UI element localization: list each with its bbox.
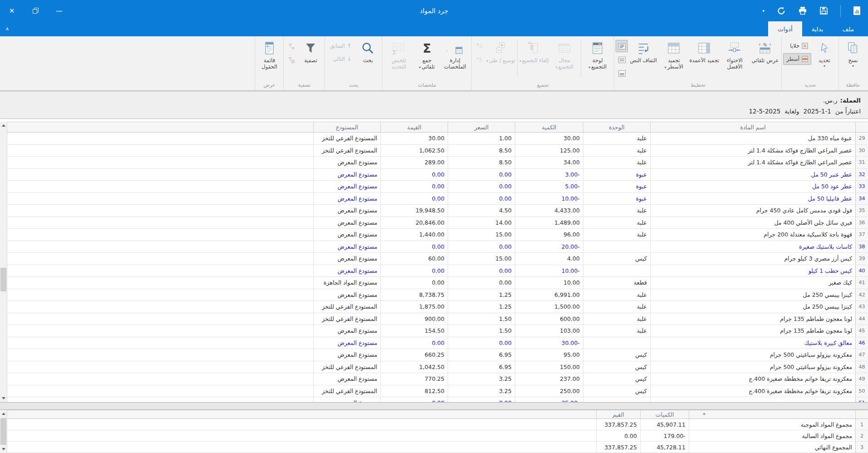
cell-filler	[7, 181, 313, 192]
table-row[interactable]: 33 عطر عود 50 مل عبوة 5.00- 0.00 0.00 مس…	[7, 181, 868, 193]
totals-grid: * الكميات القيم 1 مجموع المواد الموجبة 4…	[0, 410, 868, 453]
table-row[interactable]: 40 كيس حطب 1 كيلو 10.00- 0.00 0.00 مستود…	[7, 265, 868, 277]
table-row[interactable]: 46 معالق كبيرة بلاستيك 30.00- 0.00 0.00 …	[7, 337, 868, 350]
column-header-value[interactable]: القيمة	[380, 122, 448, 132]
cell-total-value: 0.00	[596, 430, 640, 441]
autosum-button[interactable]: Σ جمع تلقائي▾	[414, 38, 439, 70]
best-fit-button[interactable]: الاحتواء الأفضل	[720, 38, 750, 70]
table-row[interactable]: 42 كينزا بيبسي 250 مل علبة 6,991.00 1.25…	[7, 289, 868, 301]
table-row[interactable]: 32 عطر عنبر 50 مل عبوة 3.00- 0.00 0.00 م…	[7, 169, 868, 181]
cell-material-name: معكرونة بيزولو سباغيتي 500 جرام	[650, 349, 855, 361]
row-indicator-header	[855, 122, 868, 132]
totals-row[interactable]: 2 مجموع المواد السالبة 179.00- 0.00	[7, 430, 868, 442]
table-row[interactable]: 51 25.00- 0.00 0.00 مستودع المعرض	[7, 397, 868, 402]
cell-unit: كيس	[583, 373, 650, 385]
copy-button[interactable]: نسخ ▾	[840, 38, 866, 69]
cell-filler	[7, 301, 313, 313]
cancel-filter-button	[285, 54, 297, 66]
table-row[interactable]: 48 معكرونة بيزولو سباغيتي 500 جرام كيس 1…	[7, 361, 868, 374]
print-button[interactable]	[798, 6, 807, 15]
cell-material-name: معالق كبيرة بلاستيك	[650, 337, 855, 349]
cell-filler	[7, 337, 313, 349]
freeze-columns-button[interactable]: تجميد الأعمدة	[689, 38, 719, 64]
titlebar-dropdown-button[interactable]: ▾	[762, 9, 764, 13]
table-row[interactable]: 34 عطر فانيليا 50 مل عبوة 10.00- 0.00 0.…	[7, 193, 868, 205]
ribbon-group-grouping: لوحة التجميع▾ مجال التجميع▾ إلغاء التجمي…	[471, 36, 614, 90]
manage-summaries-button[interactable]: Σ إدارة الملخصات	[440, 38, 470, 70]
ribbon-tab[interactable]: أدوات	[768, 21, 802, 36]
cell-warehouse: مستودع المعرض	[313, 205, 380, 217]
column-header-warehouse[interactable]: المستودع	[313, 122, 380, 132]
scrollbar-thumb[interactable]	[0, 268, 6, 291]
ribbon-group-label: تصفية	[285, 81, 323, 90]
cell-filler	[7, 205, 313, 217]
scroll-up-button[interactable]	[0, 410, 7, 418]
cell-total-value: 337,857.25	[596, 419, 640, 430]
scroll-down-button[interactable]	[0, 445, 7, 453]
cell-price: 1.25	[448, 289, 515, 301]
cancel-filter-icon	[288, 56, 295, 64]
table-row[interactable]: 36 فيري سائل جلي الأصلي 400 مل علبة 1,48…	[7, 217, 868, 229]
totals-grid-scrollbar[interactable]	[0, 410, 7, 453]
cell-quantity: 20.00-	[515, 241, 583, 253]
inventory-grid-header: اسم المادة الوحدة الكمية السعر القيمة ال…	[7, 122, 868, 133]
column-header-unit[interactable]: الوحدة	[583, 122, 650, 132]
row-height-button[interactable]	[616, 54, 628, 66]
search-button[interactable]: بحث	[355, 38, 380, 64]
period-to-date: 12-5-2025	[749, 108, 780, 115]
table-row[interactable]: 45 لونا معجون طماطم 135 جرام علبة 103.00…	[7, 325, 868, 337]
wrap-text-button[interactable]: التفاف النص	[628, 38, 658, 64]
refresh-icon	[777, 6, 786, 15]
scrollbar-thumb[interactable]	[0, 418, 6, 445]
table-row[interactable]: 50 معكرونة تريفا خواتم مخططة صغيرة 400.ج…	[7, 385, 868, 398]
table-row[interactable]: 38 كاسات بلاستيك صغيرة 20.00- 0.00 0.00 …	[7, 241, 868, 253]
table-row[interactable]: 37 قهوة باجة كلاسيكية معتدلة 200 جرام عل…	[7, 229, 868, 241]
scroll-up-button[interactable]	[0, 122, 7, 129]
scroll-down-button[interactable]	[0, 394, 7, 402]
table-row[interactable]: 39 كيس أرز مصري 3 كيلو جرام كيس 4.00 15.…	[7, 253, 868, 265]
cell-unit	[583, 265, 650, 277]
refresh-button[interactable]	[777, 6, 786, 15]
table-row[interactable]: 35 فول قودي مدمس كامل عادي 450 جرام علبة…	[7, 205, 868, 217]
freeze-rows-button[interactable]: تجميد الأسطر▾	[659, 38, 689, 70]
table-row[interactable]: 43 كينزا بيبسي 250 مل علبة 1,500.00 1.25…	[7, 301, 868, 313]
cell-price: 1.50	[448, 313, 515, 325]
totals-row[interactable]: 3 المجموع النهائي 45,728.11 337,857.25	[7, 442, 868, 453]
select-button[interactable]: تحديد ▾	[812, 38, 837, 69]
cell-quantity: 250.00	[515, 385, 583, 397]
column-header-quantity[interactable]: الكمية	[515, 122, 583, 132]
svg-text:Σ: Σ	[447, 41, 448, 54]
ribbon-tab[interactable]: بداية	[802, 21, 833, 36]
grouping-panel-button[interactable]: لوحة التجميع▾	[582, 38, 612, 70]
filter-button[interactable]: تصفية	[298, 38, 323, 64]
totals-row[interactable]: 1 مجموع المواد الموجبة 45,907.11 337,857…	[7, 419, 868, 430]
collapse-ribbon-button[interactable]: ∧	[5, 21, 9, 36]
table-row[interactable]: 41 كيك صغير قطعة 10.00 0.00 0.00 مستودع …	[7, 277, 868, 289]
cell-price: 0.00	[448, 169, 515, 181]
table-row[interactable]: 31 عصير المراعي الطازج فواكة مشكلة 1.4 ل…	[7, 157, 868, 169]
field-list-button[interactable]: قائمة الحقول	[256, 38, 282, 70]
column-header-material-name[interactable]: اسم المادة	[650, 122, 855, 132]
row-number: 42	[855, 289, 868, 301]
column-header-price[interactable]: السعر	[448, 122, 515, 132]
ribbon-group-view: قائمة الحقول عرض	[255, 36, 283, 90]
table-row[interactable]: 47 معكرونة بيزولو سباغيتي 500 جرام كيس 9…	[7, 349, 868, 361]
dropdown-caret-icon: ▾	[588, 65, 590, 69]
table-row[interactable]: 44 لونا معجون طماطم 135 جرام علبة 600.00…	[7, 313, 868, 325]
table-row[interactable]: 29 عبوة مياه 330 مل علبة 30.00 1.00 30.0…	[7, 133, 868, 145]
row-compact-button[interactable]	[616, 67, 628, 79]
scroll-down-icon	[2, 448, 5, 450]
row-auto-height-button[interactable]	[616, 40, 628, 52]
cells-button[interactable]: خلايا	[783, 40, 811, 52]
ribbon-tab[interactable]: ملف	[833, 21, 863, 36]
window-title: جرد المواد	[420, 7, 449, 15]
save-button[interactable]	[819, 6, 828, 15]
main-grid-scrollbar[interactable]	[0, 122, 7, 402]
auto-width-button[interactable]: % عرض تلقائي	[750, 38, 780, 64]
cell-price: 1.00	[448, 133, 515, 144]
table-row[interactable]: 30 عصير المراعي الطازج فواكة مشكلة 1.4 ل…	[7, 145, 868, 157]
table-row[interactable]: 49 معكرونة تريفا خواتم مخططة صغيرة 400.ج…	[7, 373, 868, 385]
cell-total-label: المجموع النهائي	[689, 442, 855, 453]
rows-button[interactable]: أسطر	[783, 53, 811, 65]
grid-splitter[interactable]	[0, 402, 868, 410]
